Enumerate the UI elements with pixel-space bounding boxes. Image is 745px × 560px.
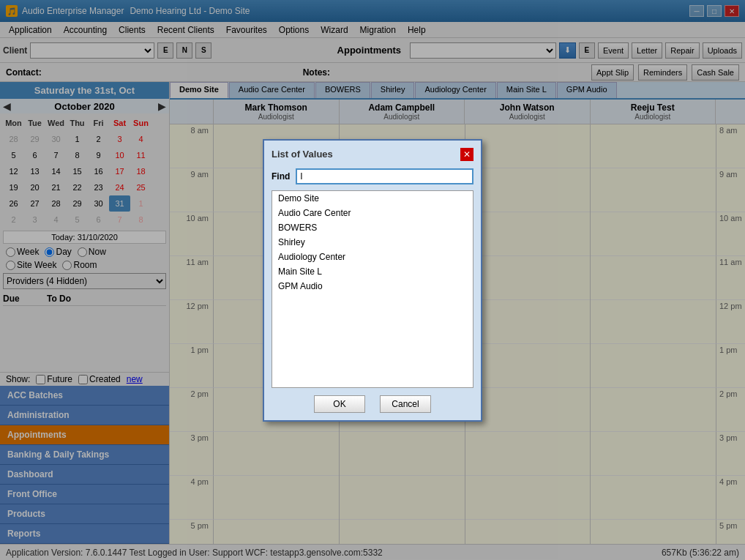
find-label: Find: [272, 171, 290, 182]
list-item-demo-site[interactable]: Demo Site: [272, 191, 473, 206]
list-item-shirley[interactable]: Shirley: [272, 235, 473, 250]
dialog-title-bar: List of Values ✕: [272, 148, 473, 161]
dialog-buttons: OK Cancel: [272, 395, 473, 413]
list-item-bowers[interactable]: BOWERS: [272, 220, 473, 235]
list-item-gpm-audio[interactable]: GPM Audio: [272, 279, 473, 294]
dialog-overlay[interactable]: List of Values ✕ Find Demo Site Audio Ca…: [0, 0, 745, 560]
list-values-dialog: List of Values ✕ Find Demo Site Audio Ca…: [263, 139, 482, 422]
find-input[interactable]: [296, 168, 473, 184]
dialog-title: List of Values: [272, 149, 333, 160]
values-list[interactable]: Demo Site Audio Care Center BOWERS Shirl…: [272, 190, 473, 388]
list-item-main-site-l[interactable]: Main Site L: [272, 264, 473, 279]
list-item-audio-care[interactable]: Audio Care Center: [272, 206, 473, 220]
ok-button[interactable]: OK: [314, 395, 365, 413]
dialog-close-button[interactable]: ✕: [460, 148, 473, 161]
list-item-audiology[interactable]: Audiology Center: [272, 250, 473, 264]
cancel-button[interactable]: Cancel: [380, 395, 431, 413]
find-row: Find: [272, 168, 473, 184]
